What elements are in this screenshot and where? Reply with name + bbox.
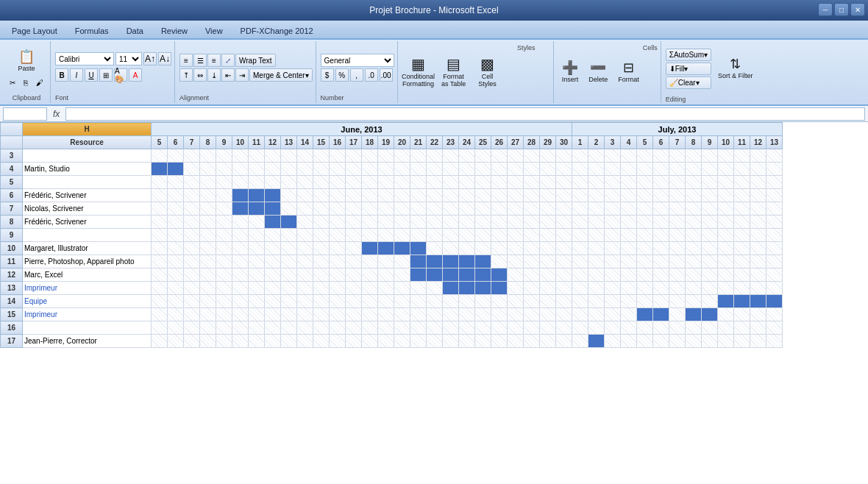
valign-top-btn[interactable]: ⤒ xyxy=(179,68,193,82)
percent-btn[interactable]: % xyxy=(335,68,349,82)
format-painter-btn[interactable]: 🖌 xyxy=(32,76,47,89)
maximize-btn[interactable]: □ xyxy=(834,3,849,16)
merge-dropdown-icon[interactable]: ▾ xyxy=(305,71,309,79)
tab-view[interactable]: View xyxy=(196,24,232,38)
fill-color-btn[interactable]: A🎨 xyxy=(114,68,127,82)
fill-btn[interactable]: ⬇ Fill ▾ xyxy=(666,63,711,75)
merge-center-btn[interactable]: Merge & Center ▾ xyxy=(249,68,313,82)
bold-btn[interactable]: B xyxy=(55,68,68,82)
alignment-label: Alignment xyxy=(179,94,209,102)
tab-review[interactable]: Review xyxy=(152,24,196,38)
delete-btn[interactable]: ➖ Delete xyxy=(585,51,611,93)
formula-input[interactable] xyxy=(65,107,865,121)
increase-decimal-btn[interactable]: .00 xyxy=(380,68,393,82)
font-size-select[interactable]: 11 xyxy=(115,52,142,65)
shrink-font-btn[interactable]: A↓ xyxy=(158,52,171,65)
autosum-label: AutoSum xyxy=(674,51,704,59)
valign-mid-btn[interactable]: ⇔ xyxy=(193,68,207,82)
format-icon: ⊟ xyxy=(623,61,634,74)
insert-btn[interactable]: ➕ Insert xyxy=(558,51,583,93)
orientation-btn[interactable]: ⤢ xyxy=(221,54,235,67)
title-bar: Projet Brochure - Microsoft Excel ─ □ ✕ xyxy=(0,0,868,21)
sort-icon: ⇅ xyxy=(730,57,741,71)
fill-icon: ⬇ xyxy=(669,65,675,73)
comma-btn[interactable]: , xyxy=(350,68,363,82)
window-controls: ─ □ ✕ xyxy=(818,3,865,16)
align-right-btn[interactable]: ≡ xyxy=(207,54,221,67)
underline-btn[interactable]: U xyxy=(85,68,98,82)
clear-icon: 🧹 xyxy=(669,79,678,87)
ribbon-tabs: Page Layout Formulas Data Review View PD… xyxy=(0,21,868,40)
styles-group: ▦ Conditional Formatting ▤ Format as Tab… xyxy=(399,41,554,103)
number-format-select[interactable]: General xyxy=(321,54,394,67)
conditional-formatting-icon: ▦ xyxy=(411,57,425,71)
cell-reference-input[interactable] xyxy=(3,107,47,121)
align-center-btn[interactable]: ☰ xyxy=(193,54,207,67)
close-btn[interactable]: ✕ xyxy=(850,3,865,16)
fx-label: fx xyxy=(50,109,63,119)
cell-styles-btn[interactable]: ▩ Cell Styles xyxy=(473,51,502,93)
tab-data[interactable]: Data xyxy=(118,24,152,38)
valign-bot-btn[interactable]: ⤓ xyxy=(207,68,221,82)
minimize-btn[interactable]: ─ xyxy=(818,3,833,16)
indent-increase-btn[interactable]: ⇥ xyxy=(235,68,249,82)
clear-btn[interactable]: 🧹 Clear ▾ xyxy=(666,76,711,89)
format-as-table-btn[interactable]: ▤ Format as Table xyxy=(438,51,470,93)
font-name-select[interactable]: Calibri xyxy=(55,52,114,65)
tab-pdf[interactable]: PDF-XChange 2012 xyxy=(232,24,322,38)
number-label: Number xyxy=(321,94,344,102)
paste-btn[interactable]: 📋 Paste xyxy=(14,46,38,76)
fill-dropdown[interactable]: ▾ xyxy=(684,65,688,73)
app-title: Projet Brochure - Microsoft Excel xyxy=(369,5,498,15)
clipboard-label: Clipboard xyxy=(6,94,47,102)
autosum-btn[interactable]: Σ AutoSum ▾ xyxy=(666,49,711,61)
clear-dropdown[interactable]: ▾ xyxy=(696,79,700,87)
conditional-formatting-btn[interactable]: ▦ Conditional Formatting xyxy=(402,51,435,93)
editing-label: Editing xyxy=(666,96,686,103)
sheet-container[interactable]: HJune, 2013July, 2013Resource56789101112… xyxy=(0,122,868,484)
insert-icon: ➕ xyxy=(562,61,578,74)
styles-label: Styles xyxy=(502,44,550,102)
grow-font-btn[interactable]: A↑ xyxy=(143,52,157,65)
font-group-label: Font xyxy=(55,94,68,102)
tab-page-layout[interactable]: Page Layout xyxy=(3,24,66,38)
cells-label: Cells xyxy=(643,44,658,102)
sort-filter-btn[interactable]: ⇅ Sort & Filter xyxy=(714,43,757,94)
align-left-btn[interactable]: ≡ xyxy=(179,54,193,67)
formula-bar: fx xyxy=(0,106,868,122)
tab-formulas[interactable]: Formulas xyxy=(66,24,118,38)
format-as-table-icon: ▤ xyxy=(447,57,460,71)
spreadsheet-table: HJune, 2013July, 2013Resource56789101112… xyxy=(0,122,783,348)
format-btn[interactable]: ⊟ Format xyxy=(614,51,643,93)
font-group: Calibri 11 A↑ A↓ B I U ⊞ A🎨 A Font xyxy=(52,41,175,103)
font-color-btn[interactable]: A xyxy=(129,68,142,82)
autosum-dropdown[interactable]: ▾ xyxy=(704,51,708,59)
wrap-text-label: Wrap Text xyxy=(239,57,272,65)
cells-group: ➕ Insert ➖ Delete ⊟ Format Cells xyxy=(555,41,661,103)
paste-icon: 📋 xyxy=(18,50,35,63)
cell-styles-icon: ▩ xyxy=(480,57,494,71)
indent-decrease-btn[interactable]: ⇤ xyxy=(221,68,235,82)
wrap-text-btn[interactable]: Wrap Text xyxy=(235,54,276,67)
italic-btn[interactable]: I xyxy=(70,68,83,82)
decrease-decimal-btn[interactable]: .0 xyxy=(365,68,378,82)
alignment-group: ≡ ☰ ≡ ⤢ Wrap Text ⤒ ⇔ ⤓ ⇤ ⇥ Merge & Cent… xyxy=(177,41,316,103)
currency-btn[interactable]: $ xyxy=(321,68,334,82)
cut-btn[interactable]: ✂ xyxy=(6,76,19,89)
copy-btn[interactable]: ⎘ xyxy=(20,76,32,89)
merge-center-label: Merge & Center xyxy=(253,71,305,79)
delete-icon: ➖ xyxy=(590,61,606,74)
fill-label: Fill xyxy=(675,65,685,73)
clipboard-group: 📋 Paste ✂ ⎘ 🖌 Clipboard xyxy=(3,41,51,103)
ribbon: 📋 Paste ✂ ⎘ 🖌 Clipboard Calibri 11 xyxy=(0,40,868,106)
border-btn[interactable]: ⊞ xyxy=(99,68,113,82)
clear-label: Clear xyxy=(678,79,696,87)
editing-group: Σ AutoSum ▾ ⬇ Fill ▾ 🧹 Clear ▾ ⇅ Sort & … xyxy=(663,41,760,103)
number-group: General $ % , .0 .00 Number xyxy=(318,41,398,103)
